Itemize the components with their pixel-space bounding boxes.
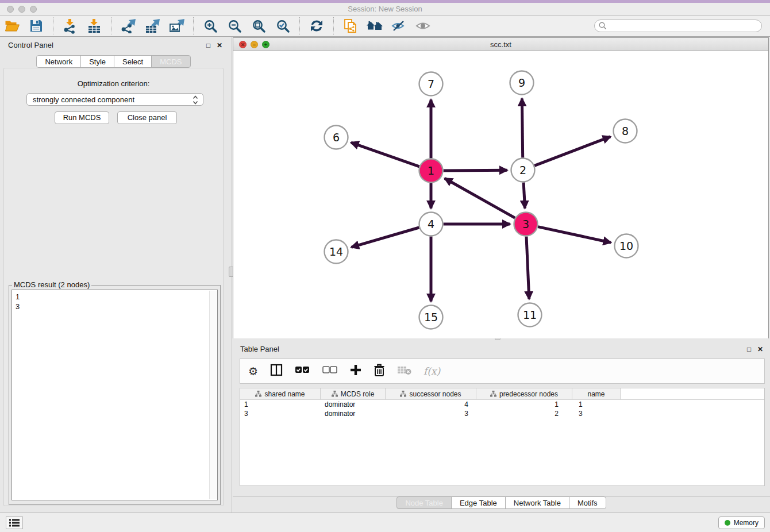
show-all-icon[interactable] [414, 17, 432, 34]
save-session-icon[interactable] [28, 17, 45, 34]
mcds-result-group: MCDS result (2 nodes) 1 3 [9, 285, 221, 505]
table-settings-gear-icon[interactable]: ⚙ [248, 365, 258, 378]
mcds-result-textarea[interactable]: 1 3 [11, 290, 218, 500]
memory-status-icon [725, 520, 730, 526]
toolbar-separator [299, 17, 300, 34]
split-column-icon[interactable] [270, 364, 283, 379]
graph-node-label: 8 [622, 125, 629, 137]
export-image-icon[interactable] [168, 17, 185, 34]
tab-style[interactable]: Style [80, 55, 114, 68]
network-close-button[interactable]: ✕ [239, 41, 247, 48]
graph-edge-4-14[interactable] [351, 228, 419, 247]
mcds-result-title: MCDS result (2 nodes) [12, 280, 91, 289]
graph-node-label: 4 [428, 218, 434, 230]
network-window-title: scc.txt [233, 40, 768, 49]
add-column-icon[interactable] [350, 364, 361, 378]
run-mcds-button[interactable]: Run MCDS [55, 111, 109, 124]
search-icon [599, 22, 607, 32]
table-tabs: Node Table Edge Table Network Table Moti… [233, 496, 770, 509]
import-table-icon[interactable] [86, 17, 103, 34]
network-graph: 1234678910111415 [233, 51, 768, 338]
result-line: 3 [12, 302, 217, 311]
graph-node-label: 7 [428, 78, 434, 90]
criterion-select[interactable]: strongly connected component [26, 93, 203, 106]
tab-select[interactable]: Select [114, 55, 152, 68]
graph-node-label: 15 [424, 311, 438, 323]
tab-edge-table[interactable]: Edge Table [451, 496, 506, 509]
sort-icon [490, 391, 496, 397]
import-network-icon[interactable] [61, 17, 79, 34]
tab-network-table[interactable]: Network Table [505, 496, 569, 509]
graph-node-label: 2 [519, 164, 526, 176]
select-all-columns-icon[interactable] [295, 366, 310, 376]
status-bar: Memory [0, 512, 770, 532]
memory-button[interactable]: Memory [718, 516, 765, 529]
toolbar-separator [111, 17, 111, 34]
network-canvas[interactable]: 1234678910111415 [233, 51, 768, 338]
result-scrollbar[interactable] [209, 291, 217, 499]
graph-edge-3-1[interactable] [445, 179, 515, 218]
window-titlebar: Session: New Session [0, 3, 770, 16]
sort-icon [332, 391, 338, 397]
zoom-in-icon[interactable] [202, 17, 219, 34]
table-row[interactable]: 3 dominator 3 2 3 [240, 409, 764, 418]
tab-network[interactable]: Network [36, 55, 81, 68]
result-line: 1 [12, 290, 217, 302]
export-network-icon[interactable] [120, 17, 137, 34]
graph-edge-2-8[interactable] [534, 137, 610, 165]
tab-node-table[interactable]: Node Table [396, 496, 452, 509]
zoom-selected-icon[interactable] [274, 17, 291, 34]
graph-edge-1-6[interactable] [351, 142, 419, 167]
table-panel-float-icon[interactable]: □ [747, 345, 751, 353]
table-row[interactable]: 1 dominator 4 1 1 [240, 400, 764, 409]
table-header-row: shared name MCDS role successor nodes pr… [240, 388, 764, 400]
column-header-name[interactable]: name [572, 388, 621, 399]
table-panel-title: Table Panel [240, 345, 279, 353]
control-panel-float-icon[interactable]: □ [206, 41, 210, 49]
graph-node-label: 14 [329, 245, 343, 258]
list-icon [9, 519, 20, 527]
mcds-panel: Optimization criterion: strongly connect… [3, 68, 224, 506]
hide-selected-icon[interactable] [390, 17, 407, 34]
graph-edge-2-3[interactable] [523, 183, 525, 209]
delete-column-icon[interactable] [374, 364, 385, 379]
network-minimize-button[interactable]: − [251, 41, 258, 48]
task-history-button[interactable] [6, 516, 23, 529]
network-overview-icon[interactable] [366, 17, 383, 34]
network-zoom-button[interactable]: + [262, 41, 270, 48]
graph-node-label: 9 [518, 76, 525, 89]
window-title: Session: New Session [0, 5, 770, 13]
main-toolbar [0, 16, 770, 37]
column-header-shared-name[interactable]: shared name [240, 388, 321, 399]
delete-table-icon [397, 365, 411, 377]
network-window-titlebar[interactable]: scc.txt ✕ − + [233, 38, 768, 51]
column-header-mcds-role[interactable]: MCDS role [321, 388, 386, 399]
zoom-out-icon[interactable] [226, 17, 243, 34]
tab-motifs[interactable]: Motifs [569, 496, 606, 509]
open-session-icon[interactable] [3, 17, 21, 34]
export-table-icon[interactable] [144, 17, 161, 34]
graph-edge-2-9[interactable] [522, 99, 522, 158]
new-network-from-selection-icon[interactable] [342, 17, 359, 34]
select-stepper-icon [192, 95, 198, 106]
graph-node-label: 6 [333, 131, 340, 144]
close-panel-button[interactable]: Close panel [117, 111, 177, 124]
graph-node-label: 11 [523, 309, 537, 321]
control-panel-title: Control Panel [8, 41, 53, 49]
apply-layout-icon[interactable] [308, 17, 325, 34]
graph-edge-1-2[interactable] [444, 170, 507, 171]
tab-mcds[interactable]: MCDS [151, 55, 190, 68]
network-view-window: scc.txt ✕ − + 1234678910111415 [233, 37, 769, 338]
column-header-predecessor-nodes[interactable]: predecessor nodes [476, 388, 572, 399]
search-input[interactable] [594, 20, 762, 32]
graph-edge-3-10[interactable] [538, 227, 611, 243]
control-panel-close-icon[interactable]: ✕ [217, 41, 222, 49]
deselect-all-columns-icon[interactable] [322, 366, 338, 376]
graph-edge-3-11[interactable] [526, 237, 529, 299]
optimization-criterion-label: Optimization criterion: [4, 79, 223, 88]
column-header-successor-nodes[interactable]: successor nodes [386, 388, 476, 399]
zoom-fit-icon[interactable] [250, 17, 267, 34]
toolbar-separator [333, 17, 334, 34]
sort-icon [400, 391, 406, 397]
table-panel-close-icon[interactable]: ✕ [757, 345, 763, 353]
